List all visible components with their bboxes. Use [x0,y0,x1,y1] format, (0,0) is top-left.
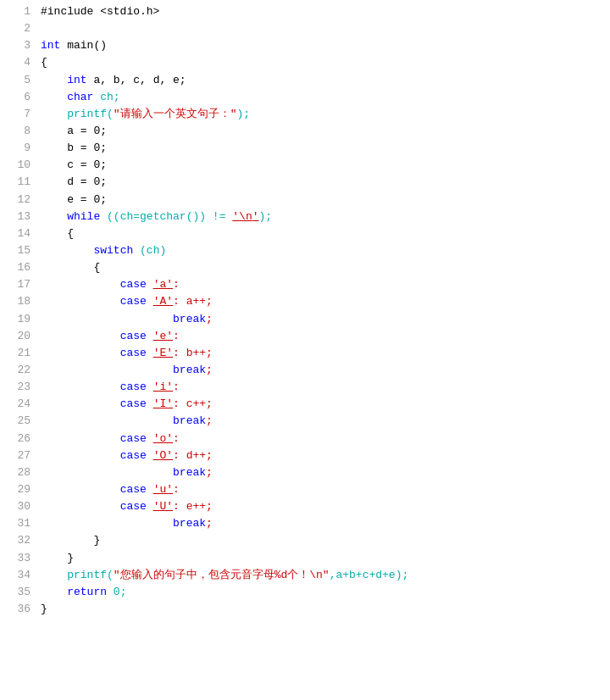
code-editor: 1 #include <stdio.h> 2 3 int main() 4 { … [0,0,610,700]
line-num-3: 3 [7,37,30,54]
code-line-15: 15 switch (ch) [0,242,610,259]
line-num-16: 16 [7,259,30,276]
code-line-20: 20 case 'e': [0,328,610,345]
code-line-21: 21 case 'E': b++; [0,345,610,362]
code-line-12: 12 e = 0; [0,192,610,208]
line-num-13: 13 [7,208,30,225]
code-line-29: 29 case 'u': [0,481,610,498]
line-num-21: 21 [7,345,30,362]
code-line-31: 31 break; [0,515,610,532]
line-num-27: 27 [7,447,30,464]
code-line-5: 5 int a, b, c, d, e; [0,72,610,89]
line-num-19: 19 [7,311,30,328]
line-num-33: 33 [7,550,30,567]
code-content-12: e = 0; [41,192,107,208]
code-content-10: c = 0; [41,157,107,174]
code-line-13: 13 while ((ch=getchar()) != '\n'); [0,208,610,225]
line-num-34: 34 [7,567,30,584]
code-content-30: case 'U': e++; [41,498,213,515]
line-num-2: 2 [7,20,30,37]
code-content-35: return 0; [41,584,126,601]
line-num-18: 18 [7,293,30,310]
code-content-3: int main() [41,37,107,54]
code-content-18: case 'A': a++; [41,293,213,310]
line-num-17: 17 [7,276,30,293]
line-num-5: 5 [7,72,30,89]
line-num-28: 28 [7,464,30,481]
code-content-23: case 'i': [41,379,180,396]
line-num-36: 36 [7,601,30,618]
code-line-6: 6 char ch; [0,89,610,106]
code-line-19: 19 break; [0,311,610,328]
code-content-15: switch (ch) [41,242,166,259]
line-num-29: 29 [7,481,30,498]
code-line-22: 22 break; [0,362,610,379]
line-num-9: 9 [7,140,30,157]
code-content-33: } [41,550,74,567]
code-line-17: 17 case 'a': [0,276,610,293]
code-line-7: 7 printf("请输入一个英文句子："); [0,106,610,123]
line-num-10: 10 [7,157,30,174]
code-content-24: case 'I': c++; [41,396,213,413]
code-content-6: char ch; [41,89,120,106]
code-line-33: 33 } [0,550,610,567]
code-line-3: 3 int main() [0,37,610,54]
code-content-14: { [41,225,74,242]
line-num-7: 7 [7,106,30,123]
code-content-7: printf("请输入一个英文句子："); [41,106,250,123]
code-content-26: case 'o': [41,431,180,447]
line-num-24: 24 [7,396,30,413]
line-num-26: 26 [7,431,30,447]
code-line-36: 36 } [0,601,610,618]
code-line-24: 24 case 'I': c++; [0,396,610,413]
line-num-8: 8 [7,123,30,140]
code-content-21: case 'E': b++; [41,345,213,362]
code-content-20: case 'e': [41,328,180,345]
code-content-11: d = 0; [41,174,107,191]
code-content-36: } [41,601,47,618]
code-line-8: 8 a = 0; [0,123,610,140]
line-num-32: 32 [7,532,30,549]
line-num-12: 12 [7,192,30,208]
code-content-1: #include <stdio.h> [41,3,159,20]
code-line-11: 11 d = 0; [0,174,610,191]
code-content-17: case 'a': [41,276,180,293]
code-line-14: 14 { [0,225,610,242]
code-line-10: 10 c = 0; [0,157,610,174]
code-content-19: break; [41,311,213,328]
code-content-16: { [41,259,100,276]
code-line-4: 4 { [0,54,610,71]
line-num-6: 6 [7,89,30,106]
code-line-28: 28 break; [0,464,610,481]
code-content-9: b = 0; [41,140,107,157]
code-content-28: break; [41,464,213,481]
code-content-5: int a, b, c, d, e; [41,72,186,89]
code-line-34: 34 printf("您输入的句子中，包含元音字母%d个！\n",a+b+c+d… [0,567,610,584]
line-num-31: 31 [7,515,30,532]
code-line-1: 1 #include <stdio.h> [0,3,610,20]
code-line-30: 30 case 'U': e++; [0,498,610,515]
code-content-25: break; [41,413,213,430]
line-num-30: 30 [7,498,30,515]
code-content-4: { [41,54,47,71]
line-num-25: 25 [7,413,30,430]
code-line-23: 23 case 'i': [0,379,610,396]
line-num-35: 35 [7,584,30,601]
code-line-2: 2 [0,20,610,37]
code-content-31: break; [41,515,213,532]
code-line-27: 27 case 'O': d++; [0,447,610,464]
code-content-34: printf("您输入的句子中，包含元音字母%d个！\n",a+b+c+d+e)… [41,567,408,584]
code-content-32: } [41,532,100,549]
code-line-16: 16 { [0,259,610,276]
line-num-15: 15 [7,242,30,259]
code-content-22: break; [41,362,213,379]
code-content-27: case 'O': d++; [41,447,213,464]
line-num-11: 11 [7,174,30,191]
code-content-29: case 'u': [41,481,180,498]
code-line-32: 32 } [0,532,610,549]
code-line-25: 25 break; [0,413,610,430]
line-num-22: 22 [7,362,30,379]
code-line-35: 35 return 0; [0,584,610,601]
code-line-18: 18 case 'A': a++; [0,293,610,310]
line-num-20: 20 [7,328,30,345]
